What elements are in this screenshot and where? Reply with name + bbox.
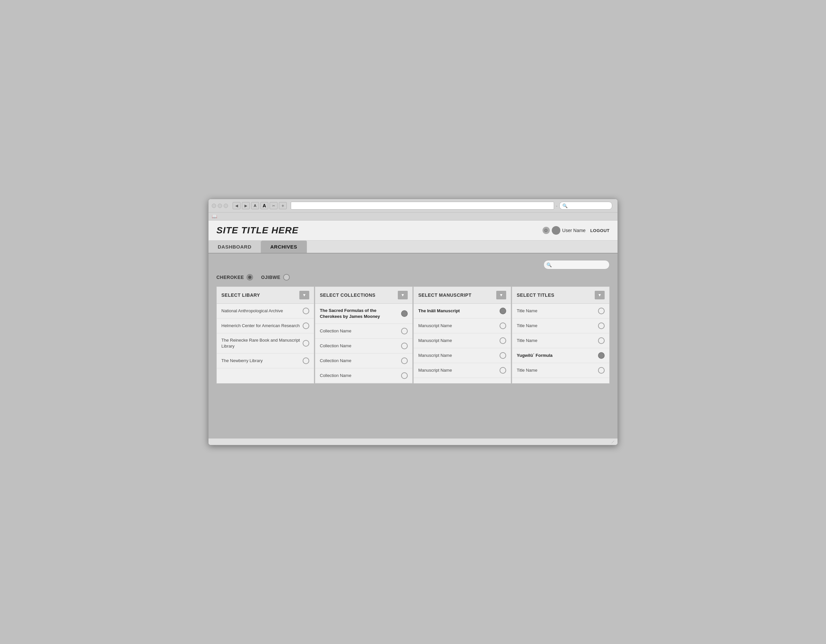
bookmark-bar: 📖	[208, 212, 618, 220]
titles-row-2[interactable]: Title Name	[512, 333, 609, 348]
library-dropdown-button[interactable]	[299, 291, 309, 299]
cherokee-radio[interactable]	[247, 274, 253, 280]
browser-nav: ◀ ▶ A A ✂ +	[233, 202, 287, 209]
manuscript-row-2[interactable]: Manuscript Name	[414, 333, 511, 348]
tab-dashboard[interactable]: DASHBOARD	[208, 241, 261, 253]
browser-search-input[interactable]	[569, 203, 609, 208]
library-row-0[interactable]: National Anthropological Archive	[217, 304, 314, 319]
library-row-1[interactable]: Helmerich Center for American Research	[217, 319, 314, 333]
column-library-title: SELECT LIBARY	[221, 293, 260, 298]
logout-button[interactable]: LOGOUT	[590, 228, 610, 233]
collections-radio-0[interactable]	[401, 310, 408, 317]
app-header: SITE TITLE HERE ⚙ User Name LOGOUT	[208, 220, 618, 241]
manuscript-row-1[interactable]: Manuscript Name	[414, 319, 511, 333]
forward-button[interactable]: ▶	[242, 202, 250, 209]
titles-item-3: Yugwilû´ Formula	[517, 353, 598, 359]
library-item-0: National Anthropological Archive	[221, 308, 303, 314]
manuscript-row-3[interactable]: Manuscript Name	[414, 348, 511, 363]
language-ojibwe[interactable]: OJIBWE	[261, 274, 289, 280]
collections-row-3[interactable]: Collection Name	[315, 353, 412, 368]
cherokee-label: CHEROKEE	[216, 275, 244, 280]
site-title: SITE TITLE HERE	[216, 225, 298, 236]
titles-row-4[interactable]: Title Name	[512, 363, 609, 378]
nav-tabs: DASHBOARD ARCHIVES	[208, 241, 618, 254]
column-titles: SELECT TITLES Title Name Title Name Titl…	[512, 286, 610, 384]
back-button[interactable]: ◀	[233, 202, 241, 209]
library-item-1: Helmerich Center for American Research	[221, 323, 303, 329]
column-manuscript-header: SELECT MANUSCRIPT	[414, 287, 511, 304]
library-radio-3[interactable]	[303, 358, 309, 364]
library-radio-1[interactable]	[303, 322, 309, 329]
manuscript-item-0: The Inâli Manuscript	[418, 308, 500, 314]
manuscript-radio-1[interactable]	[500, 322, 506, 329]
new-tab-button[interactable]: +	[279, 202, 287, 209]
manuscript-radio-4[interactable]	[500, 367, 506, 374]
content-toolbar: 🔍	[216, 260, 610, 269]
library-row-2[interactable]: The Reinecke Rare Book and Manuscript Li…	[217, 333, 314, 353]
manuscript-dropdown-button[interactable]	[496, 291, 506, 299]
avatar	[552, 226, 560, 235]
language-cherokee[interactable]: CHEROKEE	[216, 274, 253, 280]
traffic-lights	[212, 204, 228, 208]
columns-container: SELECT LIBARY National Anthropological A…	[216, 286, 610, 384]
collections-row-4[interactable]: Collection Name	[315, 368, 412, 383]
titles-item-0: Title Name	[517, 308, 598, 314]
manuscript-row-4[interactable]: Manuscript Name	[414, 363, 511, 378]
column-collections-title: SELECT COLLECTIONS	[320, 293, 375, 298]
titles-radio-1[interactable]	[598, 322, 605, 329]
titles-item-2: Title Name	[517, 337, 598, 344]
user-name: User Name	[562, 228, 586, 233]
address-bar[interactable]	[291, 202, 554, 210]
reader-button[interactable]: ✂	[270, 202, 278, 209]
maximize-button[interactable]	[224, 204, 228, 208]
font-large-button[interactable]: A	[260, 202, 268, 209]
library-radio-2[interactable]	[303, 340, 309, 347]
tab-archives[interactable]: ARCHIVES	[261, 241, 307, 253]
minimize-button[interactable]	[218, 204, 222, 208]
collections-radio-3[interactable]	[401, 358, 408, 364]
collections-row-0[interactable]: The Sacred Formulas of the Cherokees by …	[315, 304, 412, 324]
library-radio-0[interactable]	[303, 308, 309, 314]
collections-radio-2[interactable]	[401, 343, 408, 349]
titles-item-1: Title Name	[517, 323, 598, 329]
titles-row-0[interactable]: Title Name	[512, 304, 609, 319]
manuscript-item-2: Manuscript Name	[418, 337, 500, 344]
user-section: ⚙ User Name	[542, 226, 586, 235]
titles-radio-0[interactable]	[598, 308, 605, 314]
collections-row-1[interactable]: Collection Name	[315, 324, 412, 339]
titles-row-1[interactable]: Title Name	[512, 319, 609, 333]
manuscript-radio-3[interactable]	[500, 352, 506, 359]
column-titles-header: SELECT TITLES	[512, 287, 609, 304]
font-small-button[interactable]: A	[251, 202, 259, 209]
titles-radio-2[interactable]	[598, 337, 605, 344]
search-icon: 🔍	[547, 262, 552, 267]
ojibwe-label: OJIBWE	[261, 275, 280, 280]
collections-item-2: Collection Name	[320, 343, 401, 349]
content-search-input[interactable]	[543, 260, 610, 269]
collections-radio-1[interactable]	[401, 328, 408, 334]
manuscript-item-4: Manuscript Name	[418, 367, 500, 373]
titles-radio-4[interactable]	[598, 367, 605, 374]
column-manuscript-title: SELECT MANUSCRIPT	[418, 293, 472, 298]
manuscript-radio-2[interactable]	[500, 337, 506, 344]
titles-dropdown-button[interactable]	[595, 291, 605, 299]
titles-row-3[interactable]: Yugwilû´ Formula	[512, 348, 609, 363]
close-button[interactable]	[212, 204, 216, 208]
collections-dropdown-button[interactable]	[398, 291, 408, 299]
browser-window: ◀ ▶ A A ✂ + - 🔍 📖 SITE TITLE HERE ⚙ User…	[208, 199, 618, 445]
status-bar: ⟋	[208, 438, 618, 445]
collections-radio-4[interactable]	[401, 372, 408, 379]
collections-item-4: Collection Name	[320, 373, 401, 379]
gear-icon[interactable]: ⚙	[542, 227, 550, 234]
address-bar-container: - 🔍	[291, 202, 612, 210]
titles-item-4: Title Name	[517, 367, 598, 373]
library-item-3: The Newberry Library	[221, 358, 303, 364]
collections-item-3: Collection Name	[320, 358, 401, 364]
library-row-3[interactable]: The Newberry Library	[217, 353, 314, 368]
library-item-2: The Reinecke Rare Book and Manuscript Li…	[221, 337, 303, 349]
manuscript-row-0[interactable]: The Inâli Manuscript	[414, 304, 511, 319]
collections-row-2[interactable]: Collection Name	[315, 339, 412, 353]
ojibwe-radio[interactable]	[283, 274, 290, 280]
titles-radio-3[interactable]	[598, 352, 605, 359]
manuscript-radio-0[interactable]	[500, 308, 506, 314]
